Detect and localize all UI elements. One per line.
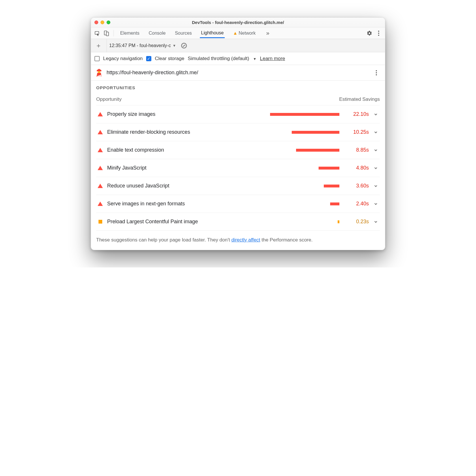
savings-bar — [338, 220, 339, 223]
opportunity-row[interactable]: Properly size images22.10s — [96, 105, 380, 123]
chevron-down-icon: ▼ — [251, 57, 256, 61]
expand-chevron-icon[interactable] — [373, 184, 379, 188]
report-select[interactable]: 12:35:47 PM - foul-heavenly-c ▼ — [107, 39, 176, 52]
severity-icon — [97, 220, 103, 224]
expand-chevron-icon[interactable] — [373, 112, 379, 116]
triangle-red-icon — [98, 148, 103, 152]
report-url: https://foul-heavenly-direction.glitch.m… — [107, 70, 198, 76]
tab-elements[interactable]: Elements — [119, 28, 141, 38]
savings-bar — [296, 149, 339, 152]
learn-more-link[interactable]: Learn more — [260, 56, 285, 62]
triangle-red-icon — [98, 166, 103, 170]
divider — [114, 30, 114, 36]
opportunity-row[interactable]: Enable text compression8.85s — [96, 141, 380, 159]
triangle-red-icon — [98, 130, 103, 134]
expand-chevron-icon[interactable] — [373, 202, 379, 206]
savings-value: 10.25s — [346, 129, 369, 135]
opportunity-label: Properly size images — [107, 111, 155, 117]
opportunity-row[interactable]: Preload Largest Contentful Paint image0.… — [96, 213, 380, 230]
severity-icon — [97, 184, 103, 188]
lighthouse-toolbar: ＋ 12:35:47 PM - foul-heavenly-c ▼ — [91, 39, 385, 52]
footer-post: the Performance score. — [260, 237, 313, 243]
svg-rect-2 — [106, 32, 109, 36]
opportunity-row[interactable]: Minify JavaScript4.80s — [96, 159, 380, 177]
expand-chevron-icon[interactable] — [373, 148, 379, 152]
savings-bar-area — [202, 220, 342, 223]
opportunity-label: Eliminate render-blocking resources — [107, 129, 190, 135]
savings-bar — [330, 202, 339, 205]
savings-value: 2.40s — [346, 201, 369, 207]
throttling-label: Simulated throttling (default) — [188, 56, 249, 61]
opportunity-label: Serve images in next-gen formats — [107, 201, 185, 207]
titlebar: DevTools - foul-heavenly-direction.glitc… — [91, 18, 385, 27]
savings-bar — [319, 167, 339, 170]
savings-bar — [292, 131, 339, 134]
savings-bar-area — [189, 202, 342, 205]
severity-icon — [97, 202, 103, 206]
more-options-icon[interactable] — [375, 29, 383, 37]
chevron-down-icon: ▼ — [172, 44, 176, 48]
opportunities-footer: These suggestions can help your page loa… — [96, 230, 380, 243]
opportunity-label: Preload Largest Contentful Paint image — [107, 219, 198, 225]
tab-console[interactable]: Console — [148, 28, 167, 38]
inspect-element-icon[interactable] — [93, 29, 101, 37]
column-headers: Opportunity Estimated Savings — [96, 96, 380, 105]
severity-icon — [97, 166, 103, 170]
svg-rect-0 — [95, 31, 99, 34]
square-orange-icon — [98, 220, 102, 224]
tab-network[interactable]: ▲Network — [232, 28, 257, 38]
clear-report-icon[interactable] — [180, 42, 188, 50]
window-title: DevTools - foul-heavenly-direction.glitc… — [91, 20, 385, 25]
savings-bar-area — [159, 113, 342, 116]
savings-value: 4.80s — [346, 165, 369, 171]
settings-icon[interactable] — [365, 29, 373, 37]
clear-storage-checkbox[interactable]: ✓ — [146, 56, 151, 61]
savings-bar-area — [173, 185, 342, 187]
tab-lighthouse[interactable]: Lighthouse — [200, 28, 225, 38]
footer-pre: These suggestions can help your page loa… — [96, 237, 231, 243]
opportunity-row[interactable]: Reduce unused JavaScript3.60s — [96, 177, 380, 195]
tab-network-label: Network — [239, 31, 256, 36]
opportunities-list: Properly size images22.10sEliminate rend… — [96, 105, 380, 230]
devtools-window: DevTools - foul-heavenly-direction.glitc… — [91, 17, 385, 250]
panel-tabs-bar: Elements Console Sources Lighthouse ▲Net… — [91, 27, 385, 39]
expand-chevron-icon[interactable] — [373, 130, 379, 134]
savings-value: 22.10s — [346, 111, 369, 117]
savings-bar — [270, 113, 339, 116]
report-url-row: https://foul-heavenly-direction.glitch.m… — [91, 65, 385, 81]
triangle-red-icon — [98, 202, 103, 206]
report-menu-icon[interactable] — [372, 69, 380, 77]
lighthouse-icon — [96, 68, 103, 77]
savings-value: 3.60s — [346, 183, 369, 189]
savings-value: 0.23s — [346, 219, 369, 225]
footer-link[interactable]: directly affect — [231, 237, 260, 243]
throttling-select[interactable]: Simulated throttling (default) ▼ — [188, 56, 256, 62]
warning-icon: ▲ — [233, 31, 237, 36]
legacy-navigation-checkbox[interactable] — [94, 56, 100, 61]
opportunities-section: OPPORTUNITIES Opportunity Estimated Savi… — [91, 81, 385, 250]
opportunity-row[interactable]: Eliminate render-blocking resources10.25… — [96, 123, 380, 141]
panel-tabs: Elements Console Sources Lighthouse ▲Net… — [119, 28, 272, 38]
opportunity-label: Minify JavaScript — [107, 165, 146, 171]
savings-value: 8.85s — [346, 147, 369, 153]
device-toolbar-icon[interactable] — [103, 29, 111, 37]
savings-bar-area — [194, 131, 342, 134]
clear-storage-label: Clear storage — [155, 56, 184, 62]
tab-sources[interactable]: Sources — [174, 28, 193, 38]
section-title: OPPORTUNITIES — [96, 85, 380, 90]
expand-chevron-icon[interactable] — [373, 166, 379, 170]
col-opportunity: Opportunity — [96, 96, 122, 102]
col-savings: Estimated Savings — [339, 96, 380, 102]
savings-bar-area — [168, 149, 342, 152]
triangle-red-icon — [98, 184, 103, 188]
savings-bar — [324, 185, 339, 187]
lighthouse-options: Legacy navigation ✓ Clear storage Simula… — [91, 52, 385, 65]
opportunity-label: Enable text compression — [107, 147, 164, 153]
legacy-navigation-label: Legacy navigation — [103, 56, 143, 62]
opportunity-row[interactable]: Serve images in next-gen formats2.40s — [96, 195, 380, 213]
new-report-button[interactable]: ＋ — [94, 42, 103, 50]
severity-icon — [97, 112, 103, 116]
more-tabs-icon[interactable]: » — [264, 29, 272, 37]
expand-chevron-icon[interactable] — [373, 220, 379, 224]
svg-rect-4 — [98, 71, 100, 73]
